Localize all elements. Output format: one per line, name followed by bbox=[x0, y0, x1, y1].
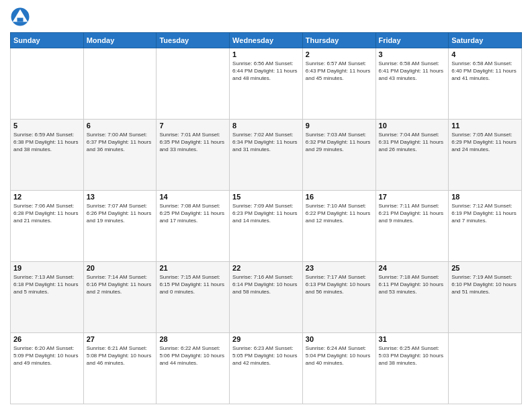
week-row-3: 19Sunrise: 7:13 AM Sunset: 6:18 PM Dayli… bbox=[11, 262, 522, 333]
week-row-2: 12Sunrise: 7:06 AM Sunset: 6:28 PM Dayli… bbox=[11, 191, 522, 262]
logo bbox=[10, 7, 33, 27]
calendar-cell bbox=[449, 333, 522, 404]
calendar-cell bbox=[83, 48, 157, 120]
calendar-cell: 19Sunrise: 7:13 AM Sunset: 6:18 PM Dayli… bbox=[11, 262, 84, 333]
calendar-cell: 30Sunrise: 6:24 AM Sunset: 5:04 PM Dayli… bbox=[302, 333, 375, 404]
calendar-cell: 12Sunrise: 7:06 AM Sunset: 6:28 PM Dayli… bbox=[11, 191, 84, 262]
day-info: Sunrise: 6:58 AM Sunset: 6:41 PM Dayligh… bbox=[379, 60, 446, 83]
calendar-cell: 13Sunrise: 7:07 AM Sunset: 6:26 PM Dayli… bbox=[83, 191, 157, 262]
day-number: 17 bbox=[379, 193, 446, 201]
day-info: Sunrise: 7:03 AM Sunset: 6:32 PM Dayligh… bbox=[306, 131, 373, 154]
day-info: Sunrise: 6:58 AM Sunset: 6:40 PM Dayligh… bbox=[451, 60, 519, 83]
day-number: 4 bbox=[451, 50, 519, 58]
day-number: 5 bbox=[13, 122, 81, 130]
day-number: 23 bbox=[306, 264, 373, 272]
day-number: 7 bbox=[159, 122, 226, 130]
day-info: Sunrise: 6:56 AM Sunset: 6:44 PM Dayligh… bbox=[232, 60, 300, 83]
day-info: Sunrise: 6:25 AM Sunset: 5:03 PM Dayligh… bbox=[379, 345, 446, 367]
calendar-cell: 24Sunrise: 7:18 AM Sunset: 6:11 PM Dayli… bbox=[375, 262, 449, 333]
day-number: 14 bbox=[159, 193, 226, 201]
day-number: 28 bbox=[159, 335, 226, 343]
day-number: 9 bbox=[306, 122, 373, 130]
day-number: 27 bbox=[87, 335, 154, 343]
day-info: Sunrise: 7:11 AM Sunset: 6:21 PM Dayligh… bbox=[379, 202, 446, 225]
calendar-cell: 8Sunrise: 7:02 AM Sunset: 6:34 PM Daylig… bbox=[230, 120, 303, 191]
calendar-cell: 25Sunrise: 7:19 AM Sunset: 6:10 PM Dayli… bbox=[449, 262, 522, 333]
day-header-saturday: Saturday bbox=[449, 33, 522, 48]
day-info: Sunrise: 6:21 AM Sunset: 5:08 PM Dayligh… bbox=[87, 345, 154, 367]
calendar-cell: 2Sunrise: 6:57 AM Sunset: 6:43 PM Daylig… bbox=[302, 48, 375, 120]
day-number: 13 bbox=[87, 193, 154, 201]
day-info: Sunrise: 7:07 AM Sunset: 6:26 PM Dayligh… bbox=[87, 202, 154, 225]
calendar-cell: 28Sunrise: 6:22 AM Sunset: 5:06 PM Dayli… bbox=[157, 333, 230, 404]
day-info: Sunrise: 7:15 AM Sunset: 6:15 PM Dayligh… bbox=[159, 273, 226, 296]
week-row-4: 26Sunrise: 6:20 AM Sunset: 5:09 PM Dayli… bbox=[11, 333, 522, 404]
header bbox=[10, 7, 522, 27]
logo-icon bbox=[10, 7, 30, 27]
day-info: Sunrise: 6:59 AM Sunset: 6:38 PM Dayligh… bbox=[13, 131, 81, 154]
calendar-table: SundayMondayTuesdayWednesdayThursdayFrid… bbox=[10, 32, 522, 404]
day-info: Sunrise: 6:23 AM Sunset: 5:05 PM Dayligh… bbox=[232, 345, 300, 367]
day-number: 31 bbox=[379, 335, 446, 343]
day-info: Sunrise: 7:14 AM Sunset: 6:16 PM Dayligh… bbox=[87, 273, 154, 296]
calendar-cell: 26Sunrise: 6:20 AM Sunset: 5:09 PM Dayli… bbox=[11, 333, 84, 404]
day-info: Sunrise: 7:17 AM Sunset: 6:13 PM Dayligh… bbox=[306, 273, 373, 296]
calendar-cell: 29Sunrise: 6:23 AM Sunset: 5:05 PM Dayli… bbox=[230, 333, 303, 404]
day-number: 29 bbox=[232, 335, 300, 343]
day-info: Sunrise: 7:08 AM Sunset: 6:25 PM Dayligh… bbox=[159, 202, 226, 225]
calendar-cell: 23Sunrise: 7:17 AM Sunset: 6:13 PM Dayli… bbox=[302, 262, 375, 333]
day-number: 24 bbox=[379, 264, 446, 272]
page: SundayMondayTuesdayWednesdayThursdayFrid… bbox=[0, 0, 532, 411]
calendar-cell: 1Sunrise: 6:56 AM Sunset: 6:44 PM Daylig… bbox=[230, 48, 303, 120]
day-number: 16 bbox=[306, 193, 373, 201]
day-number: 26 bbox=[13, 335, 81, 343]
calendar-cell: 16Sunrise: 7:10 AM Sunset: 6:22 PM Dayli… bbox=[302, 191, 375, 262]
calendar-cell: 3Sunrise: 6:58 AM Sunset: 6:41 PM Daylig… bbox=[375, 48, 449, 120]
day-number: 3 bbox=[379, 50, 446, 58]
calendar-cell: 22Sunrise: 7:16 AM Sunset: 6:14 PM Dayli… bbox=[230, 262, 303, 333]
day-info: Sunrise: 6:57 AM Sunset: 6:43 PM Dayligh… bbox=[306, 60, 373, 83]
day-info: Sunrise: 6:22 AM Sunset: 5:06 PM Dayligh… bbox=[159, 345, 226, 367]
day-info: Sunrise: 7:06 AM Sunset: 6:28 PM Dayligh… bbox=[13, 202, 81, 225]
calendar-cell: 15Sunrise: 7:09 AM Sunset: 6:23 PM Dayli… bbox=[230, 191, 303, 262]
calendar-cell: 27Sunrise: 6:21 AM Sunset: 5:08 PM Dayli… bbox=[83, 333, 157, 404]
day-number: 2 bbox=[306, 50, 373, 58]
day-number: 18 bbox=[451, 193, 519, 201]
day-header-tuesday: Tuesday bbox=[157, 33, 230, 48]
calendar-cell: 9Sunrise: 7:03 AM Sunset: 6:32 PM Daylig… bbox=[302, 120, 375, 191]
day-number: 22 bbox=[232, 264, 300, 272]
calendar-cell: 11Sunrise: 7:05 AM Sunset: 6:29 PM Dayli… bbox=[449, 120, 522, 191]
day-number: 30 bbox=[306, 335, 373, 343]
day-header-thursday: Thursday bbox=[302, 33, 375, 48]
day-number: 15 bbox=[232, 193, 300, 201]
day-header-friday: Friday bbox=[375, 33, 449, 48]
calendar-cell bbox=[157, 48, 230, 120]
day-info: Sunrise: 7:16 AM Sunset: 6:14 PM Dayligh… bbox=[232, 273, 300, 296]
week-row-0: 1Sunrise: 6:56 AM Sunset: 6:44 PM Daylig… bbox=[11, 48, 522, 120]
day-info: Sunrise: 7:09 AM Sunset: 6:23 PM Dayligh… bbox=[232, 202, 300, 225]
day-number: 6 bbox=[87, 122, 154, 130]
svg-rect-2 bbox=[17, 18, 24, 22]
day-info: Sunrise: 7:19 AM Sunset: 6:10 PM Dayligh… bbox=[451, 273, 519, 296]
day-info: Sunrise: 7:12 AM Sunset: 6:19 PM Dayligh… bbox=[451, 202, 519, 225]
calendar-cell: 14Sunrise: 7:08 AM Sunset: 6:25 PM Dayli… bbox=[157, 191, 230, 262]
day-info: Sunrise: 7:02 AM Sunset: 6:34 PM Dayligh… bbox=[232, 131, 300, 154]
calendar-cell: 4Sunrise: 6:58 AM Sunset: 6:40 PM Daylig… bbox=[449, 48, 522, 120]
calendar-cell: 18Sunrise: 7:12 AM Sunset: 6:19 PM Dayli… bbox=[449, 191, 522, 262]
calendar-cell: 7Sunrise: 7:01 AM Sunset: 6:35 PM Daylig… bbox=[157, 120, 230, 191]
day-info: Sunrise: 6:24 AM Sunset: 5:04 PM Dayligh… bbox=[306, 345, 373, 367]
day-number: 19 bbox=[13, 264, 81, 272]
calendar-cell: 10Sunrise: 7:04 AM Sunset: 6:31 PM Dayli… bbox=[375, 120, 449, 191]
day-number: 12 bbox=[13, 193, 81, 201]
day-number: 8 bbox=[232, 122, 300, 130]
day-info: Sunrise: 6:20 AM Sunset: 5:09 PM Dayligh… bbox=[13, 345, 81, 367]
calendar-cell: 21Sunrise: 7:15 AM Sunset: 6:15 PM Dayli… bbox=[157, 262, 230, 333]
day-header-wednesday: Wednesday bbox=[230, 33, 303, 48]
day-info: Sunrise: 7:10 AM Sunset: 6:22 PM Dayligh… bbox=[306, 202, 373, 225]
day-number: 21 bbox=[159, 264, 226, 272]
day-number: 1 bbox=[232, 50, 300, 58]
day-info: Sunrise: 7:00 AM Sunset: 6:37 PM Dayligh… bbox=[87, 131, 154, 154]
day-number: 10 bbox=[379, 122, 446, 130]
calendar-cell: 17Sunrise: 7:11 AM Sunset: 6:21 PM Dayli… bbox=[375, 191, 449, 262]
day-number: 20 bbox=[87, 264, 154, 272]
